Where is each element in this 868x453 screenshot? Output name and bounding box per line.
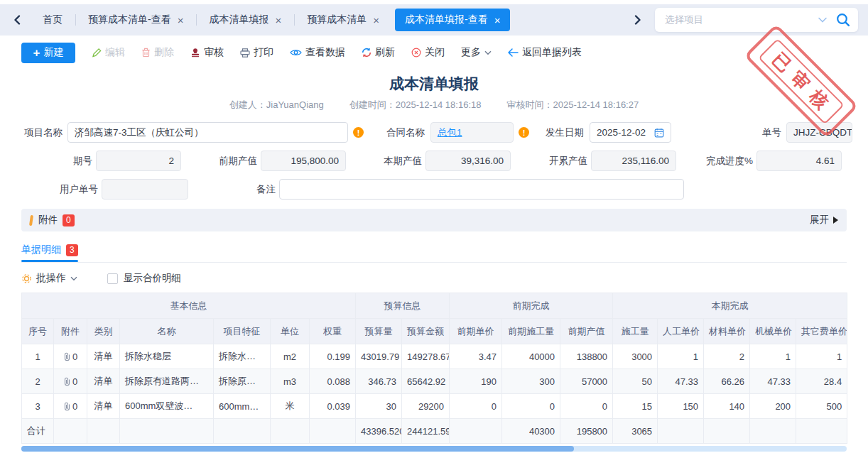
show-subtotal-checkbox[interactable]: 显示合价明细: [107, 272, 181, 285]
tab-close-icon[interactable]: ×: [178, 14, 184, 26]
scroll-tabs-right-icon[interactable]: [631, 13, 645, 27]
table-row-3[interactable]: 30清单600mm双壁波…600mm…米0.039302920000015150…: [22, 394, 847, 419]
project-name-field[interactable]: 济邹高速7-3工区（庆虹公司）: [67, 122, 348, 143]
cell[interactable]: 47.33: [750, 369, 796, 394]
expand-button[interactable]: 展开: [810, 214, 838, 226]
tab-1[interactable]: 预算成本清单-查看×: [75, 4, 196, 36]
cell[interactable]: 2: [22, 369, 54, 394]
tab-label: 预算成本清单: [307, 13, 367, 26]
cell[interactable]: 1: [750, 344, 796, 369]
tab-4[interactable]: 成本清单填报-查看×: [395, 9, 510, 31]
close-button[interactable]: 关闭: [411, 46, 445, 59]
tab-close-icon[interactable]: ×: [275, 14, 281, 26]
back-to-list-label: 返回单据列表: [522, 46, 582, 59]
cell[interactable]: 30: [356, 394, 402, 419]
cell[interactable]: 清单: [87, 344, 120, 369]
edit-button[interactable]: 编辑: [92, 46, 125, 59]
cell[interactable]: 65642.92: [402, 369, 450, 394]
calendar-icon[interactable]: [654, 128, 664, 138]
cell[interactable]: 0: [502, 394, 560, 419]
tab-2[interactable]: 成本清单填报×: [196, 4, 294, 36]
back-to-list-button[interactable]: 返回单据列表: [508, 46, 582, 59]
cell[interactable]: 米: [271, 394, 310, 419]
chevron-down-icon[interactable]: [818, 17, 827, 23]
cell[interactable]: 190: [450, 369, 502, 394]
batch-ops-button[interactable]: 批操作: [21, 272, 77, 285]
cell[interactable]: 149278.67: [402, 344, 450, 369]
table-row-1[interactable]: 10清单拆除水稳层拆除水…m20.19943019.79149278.673.4…: [22, 344, 847, 369]
cell[interactable]: m3: [271, 369, 310, 394]
cell[interactable]: 600mm双壁波…: [120, 394, 214, 419]
tab-close-icon[interactable]: ×: [373, 14, 379, 26]
column-header: 附件: [54, 319, 87, 344]
cell[interactable]: 0: [54, 344, 87, 369]
cell[interactable]: 346.73: [356, 369, 402, 394]
tab-3[interactable]: 预算成本清单×: [294, 4, 392, 36]
cell[interactable]: 拆除水稳层: [120, 344, 214, 369]
cell[interactable]: 0.199: [310, 344, 356, 369]
search-icon[interactable]: [835, 12, 851, 28]
cell[interactable]: 0: [54, 394, 87, 419]
tab-close-icon[interactable]: ×: [494, 14, 501, 26]
new-button[interactable]: + 新建: [21, 43, 75, 63]
cell[interactable]: 拆除水…: [214, 344, 271, 369]
cell[interactable]: 40000: [502, 344, 560, 369]
cell[interactable]: m2: [271, 344, 310, 369]
cell[interactable]: 138800: [560, 344, 613, 369]
cell[interactable]: 15: [613, 394, 658, 419]
cell[interactable]: 清单: [87, 369, 120, 394]
scroll-tabs-left-icon[interactable]: [10, 13, 24, 27]
remark-field[interactable]: [279, 179, 684, 200]
cell[interactable]: 1: [22, 344, 54, 369]
cell[interactable]: 600mm…: [214, 394, 271, 419]
cell[interactable]: 50: [613, 369, 658, 394]
cell[interactable]: 0: [450, 394, 502, 419]
cell[interactable]: 0.088: [310, 369, 356, 394]
horizontal-scrollbar[interactable]: [21, 446, 847, 452]
table-row-2[interactable]: 20清单拆除原有道路两…拆除原…m30.088346.7365642.92190…: [22, 369, 847, 394]
print-button[interactable]: 打印: [240, 46, 273, 59]
checkbox-icon[interactable]: [107, 273, 118, 284]
tab-0[interactable]: 首页: [30, 4, 75, 36]
cell[interactable]: 43019.79: [356, 344, 402, 369]
printer-icon: [240, 48, 250, 58]
refresh-button[interactable]: 刷新: [362, 46, 395, 59]
progress-field: 4.61: [756, 151, 842, 171]
cell[interactable]: 拆除原…: [214, 369, 271, 394]
attachment-bar[interactable]: 附件 0 展开: [21, 209, 847, 231]
cell[interactable]: 28.4: [796, 369, 847, 394]
cell[interactable]: 140: [704, 394, 750, 419]
cell[interactable]: 1: [796, 344, 847, 369]
cell[interactable]: 清单: [87, 394, 120, 419]
scrollbar-thumb[interactable]: [21, 446, 574, 452]
more-button[interactable]: 更多: [461, 46, 492, 59]
cell[interactable]: 300: [502, 369, 560, 394]
project-select[interactable]: 选择项目: [655, 8, 858, 32]
cell[interactable]: 57000: [560, 369, 613, 394]
cell[interactable]: 0: [54, 369, 87, 394]
cell[interactable]: 66.26: [704, 369, 750, 394]
date-field[interactable]: 2025-12-02: [590, 122, 671, 143]
cell[interactable]: 500: [796, 394, 847, 419]
chevron-down-icon: [484, 50, 492, 55]
cell[interactable]: 0.039: [310, 394, 356, 419]
cell[interactable]: 29200: [402, 394, 450, 419]
delete-button[interactable]: 删除: [141, 46, 174, 59]
cell[interactable]: 1: [658, 344, 704, 369]
cell[interactable]: 拆除原有道路两…: [120, 369, 214, 394]
total-cell: [704, 419, 750, 444]
cell[interactable]: 150: [658, 394, 704, 419]
cell[interactable]: 0: [560, 394, 613, 419]
view-data-button[interactable]: 查看数据: [290, 46, 345, 59]
cell[interactable]: 3000: [613, 344, 658, 369]
contract-link[interactable]: 总包1: [438, 126, 462, 139]
total-cell: [796, 419, 847, 444]
cell[interactable]: 3: [22, 394, 54, 419]
cell[interactable]: 47.33: [658, 369, 704, 394]
cell[interactable]: 2: [704, 344, 750, 369]
tab-detail-list[interactable]: 单据明细 3: [21, 241, 78, 261]
contract-name-field[interactable]: 总包1: [430, 122, 514, 143]
cell[interactable]: 200: [750, 394, 796, 419]
cell[interactable]: 3.47: [450, 344, 502, 369]
audit-button[interactable]: 审核: [190, 46, 224, 59]
